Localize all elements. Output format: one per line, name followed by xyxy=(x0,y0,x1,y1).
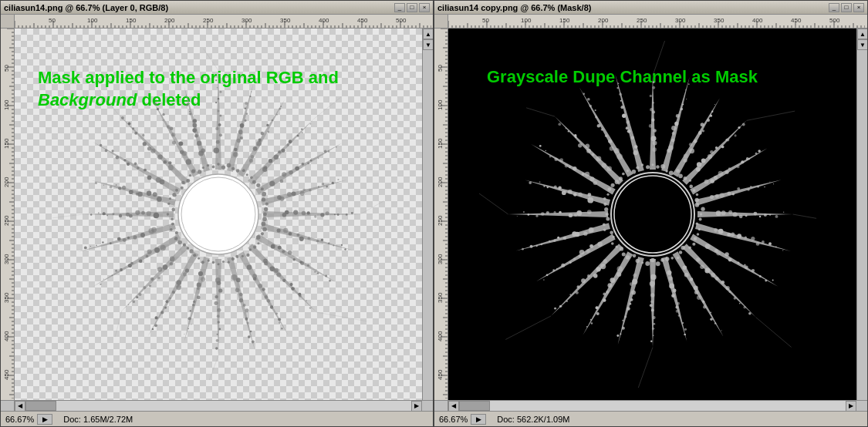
svg-point-653 xyxy=(772,183,773,184)
minimize-btn-right[interactable]: _ xyxy=(829,3,839,12)
zoom-icon-left[interactable]: ▶ xyxy=(37,414,52,425)
scroll-down-right[interactable]: ▼ xyxy=(857,39,867,50)
svg-point-567 xyxy=(583,92,585,95)
scroll-left-btn-right[interactable]: ◀ xyxy=(448,401,459,412)
svg-point-11 xyxy=(351,212,353,214)
svg-point-428 xyxy=(677,314,679,316)
svg-point-683 xyxy=(606,217,610,221)
svg-point-238 xyxy=(240,136,243,140)
svg-point-247 xyxy=(249,159,253,163)
svg-point-368 xyxy=(775,215,778,218)
svg-point-363 xyxy=(745,214,747,217)
svg-point-610 xyxy=(697,131,701,135)
svg-point-526 xyxy=(553,186,556,189)
svg-point-243 xyxy=(245,108,246,109)
svg-point-93 xyxy=(192,304,195,307)
scroll-up-left[interactable]: ▲ xyxy=(423,29,433,39)
svg-point-275 xyxy=(289,170,293,175)
close-btn-left[interactable]: × xyxy=(419,3,430,12)
svg-point-113 xyxy=(163,264,168,270)
svg-point-211 xyxy=(201,149,205,153)
svg-point-278 xyxy=(307,162,309,164)
svg-point-244 xyxy=(245,102,248,105)
svg-point-177 xyxy=(137,166,139,169)
scroll-down-left[interactable]: ▼ xyxy=(423,39,433,50)
svg-point-267 xyxy=(297,135,299,137)
window-right: ciliasun14 copy.png @ 66.7% (Mask/8) _ □… xyxy=(434,0,868,427)
svg-point-402 xyxy=(728,291,731,293)
svg-point-128 xyxy=(139,260,142,263)
status-bar-left: 66.67% ▶ Doc: 1.65M/2.72M xyxy=(1,411,433,426)
close-btn-right[interactable]: × xyxy=(853,3,864,12)
minimize-btn-left[interactable]: _ xyxy=(394,3,405,12)
scroll-right-btn-right[interactable]: ▶ xyxy=(846,401,856,412)
svg-point-249 xyxy=(253,146,258,151)
scrollbar-horizontal-left[interactable]: ◀ ▶ xyxy=(15,400,422,411)
svg-point-263 xyxy=(278,150,281,153)
svg-point-27 xyxy=(282,250,285,253)
svg-point-408 xyxy=(682,265,687,270)
svg-point-324 xyxy=(171,223,174,226)
svg-point-228 xyxy=(218,109,220,112)
svg-point-111 xyxy=(170,257,175,262)
svg-point-529 xyxy=(539,181,540,183)
maximize-btn-right[interactable]: □ xyxy=(841,3,852,12)
svg-point-632 xyxy=(713,176,717,180)
svg-point-417 xyxy=(710,318,712,321)
svg-point-659 xyxy=(693,237,696,240)
svg-point-636 xyxy=(736,165,739,168)
svg-point-431 xyxy=(684,334,686,336)
scroll-thumb-h-left[interactable] xyxy=(25,401,56,411)
svg-point-682 xyxy=(602,223,605,226)
svg-point-130 xyxy=(128,264,132,267)
canvas-left[interactable]: Mask applied to the original RGB and Bac… xyxy=(15,29,422,400)
svg-point-187 xyxy=(164,160,167,163)
svg-point-459 xyxy=(610,277,615,283)
svg-point-287 xyxy=(292,191,296,196)
svg-point-48 xyxy=(309,307,312,309)
svg-point-478 xyxy=(566,301,568,302)
svg-point-614 xyxy=(709,115,711,117)
svg-point-46 xyxy=(299,294,302,298)
svg-point-8 xyxy=(334,214,336,215)
svg-point-451 xyxy=(627,307,630,311)
scrollbar-vertical-right[interactable]: ▲ ▼ xyxy=(856,29,867,400)
canvas-right[interactable]: Grayscale Dupe Channel as Mask xyxy=(448,29,856,400)
svg-point-657 xyxy=(697,228,700,230)
svg-point-474 xyxy=(581,278,586,283)
svg-point-139 xyxy=(133,235,137,239)
svg-point-226 xyxy=(218,123,221,126)
svg-point-174 xyxy=(156,177,161,183)
svg-line-271 xyxy=(313,97,340,119)
scroll-thumb-h-right[interactable] xyxy=(459,401,490,411)
svg-point-692 xyxy=(618,177,622,180)
scrollbar-horizontal-right[interactable]: ◀ ▶ xyxy=(448,400,856,411)
scroll-up-right[interactable]: ▲ xyxy=(857,29,867,39)
svg-point-520 xyxy=(587,193,591,197)
scroll-right-btn[interactable]: ▶ xyxy=(411,401,422,412)
svg-point-316 xyxy=(193,254,196,257)
svg-point-552 xyxy=(567,130,569,132)
svg-point-645 xyxy=(727,191,731,195)
svg-point-323 xyxy=(170,228,173,231)
svg-point-373 xyxy=(727,233,731,237)
svg-point-469 xyxy=(603,259,606,263)
svg-point-289 xyxy=(302,189,305,191)
svg-point-172 xyxy=(95,182,97,184)
svg-point-374 xyxy=(731,232,735,236)
title-left: ciliasun14.png @ 66.7% (Layer 0, RGB/8) xyxy=(4,3,168,12)
scroll-left-btn[interactable]: ◀ xyxy=(15,401,25,412)
svg-point-598 xyxy=(674,122,678,126)
svg-line-160 xyxy=(52,214,83,221)
svg-point-622 xyxy=(714,146,717,149)
svg-point-509 xyxy=(568,214,572,217)
svg-point-449 xyxy=(630,298,633,301)
scrollbar-vertical-left[interactable]: ▲ ▼ xyxy=(422,29,433,400)
svg-point-602 xyxy=(685,99,686,99)
svg-point-282 xyxy=(328,150,330,153)
svg-point-56 xyxy=(266,299,270,303)
zoom-icon-right[interactable]: ▶ xyxy=(471,414,486,425)
svg-point-711 xyxy=(694,198,698,202)
maximize-btn-left[interactable]: □ xyxy=(407,3,417,12)
svg-point-227 xyxy=(219,114,221,116)
